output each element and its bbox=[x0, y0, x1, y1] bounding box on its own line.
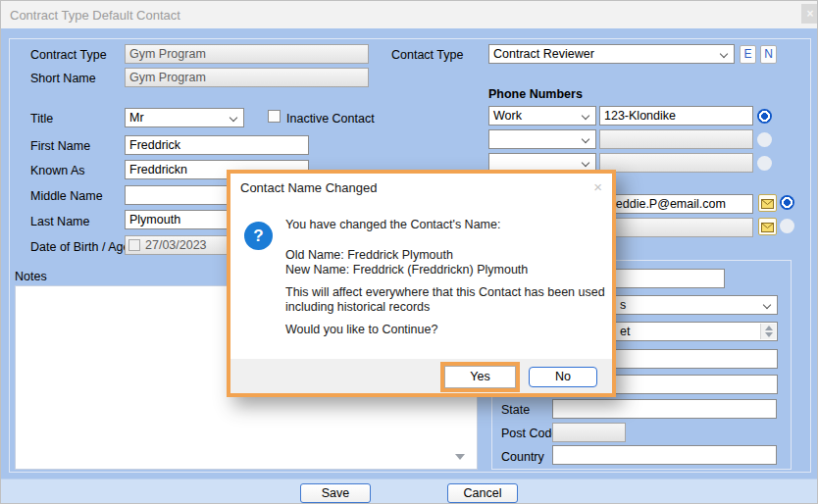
question-icon: ? bbox=[244, 222, 273, 250]
chevron-down-icon bbox=[763, 301, 771, 309]
send-email-button[interactable] bbox=[758, 194, 777, 212]
contact-type-label: Contact Type bbox=[391, 48, 463, 62]
spinner-up-icon[interactable] bbox=[765, 326, 773, 330]
last-name-label: Last Name bbox=[30, 215, 89, 228]
first-name-field[interactable]: Freddrick bbox=[125, 135, 309, 155]
dialog-line2: Old Name: Freddrick Plymouth bbox=[285, 248, 624, 263]
email-field[interactable]: Freddie.P@email.com bbox=[599, 194, 753, 214]
dialog-line4: This will affect everywhere that this Co… bbox=[285, 285, 624, 315]
title-dropdown[interactable]: Mr bbox=[125, 108, 244, 127]
country-label: Country bbox=[501, 450, 544, 464]
phone-number-field[interactable]: 123-Klondike bbox=[599, 106, 753, 126]
post-code-label: Post Code bbox=[501, 427, 558, 440]
no-button[interactable]: No bbox=[529, 367, 597, 387]
country-field[interactable] bbox=[552, 445, 777, 465]
middle-name-label: Middle Name bbox=[30, 189, 103, 203]
phone-number-field[interactable] bbox=[599, 129, 753, 149]
dialog-line5: Would you like to Continue? bbox=[285, 323, 624, 337]
scroll-down-icon[interactable] bbox=[455, 454, 465, 460]
chevron-down-icon bbox=[582, 112, 589, 120]
phone-primary-radio[interactable] bbox=[757, 156, 772, 171]
known-as-label: Known As bbox=[30, 164, 85, 177]
phone-type-dropdown[interactable]: Work bbox=[488, 106, 596, 126]
contract-type-field[interactable]: Gym Program bbox=[125, 44, 369, 64]
bottom-button-strip: Save Cancel bbox=[1, 479, 818, 504]
notes-label: Notes bbox=[15, 270, 47, 283]
dob-checkbox[interactable] bbox=[128, 239, 140, 251]
short-name-label: Short Name bbox=[30, 72, 96, 85]
window-close-button[interactable]: × bbox=[801, 4, 818, 24]
dialog-message: You have changed the Contact's Name: Old… bbox=[285, 218, 624, 337]
contact-type-dropdown[interactable]: Contract Reviewer bbox=[488, 44, 735, 64]
state-field[interactable] bbox=[552, 399, 777, 419]
title-label: Title bbox=[30, 112, 53, 126]
yes-button-highlight: Yes bbox=[440, 362, 520, 392]
chevron-down-icon bbox=[230, 114, 237, 122]
dialog-close-icon[interactable]: × bbox=[593, 178, 602, 195]
new-contact-button[interactable]: N bbox=[760, 45, 777, 64]
state-label: State bbox=[501, 403, 530, 417]
dialog-line1: You have changed the Contact's Name: bbox=[285, 218, 624, 232]
chevron-down-icon bbox=[720, 50, 728, 58]
contact-name-changed-dialog: Contact Name Changed × ? You have change… bbox=[227, 170, 616, 397]
envelope-icon bbox=[761, 223, 774, 232]
first-name-label: First Name bbox=[30, 139, 90, 153]
post-code-field[interactable] bbox=[552, 423, 626, 442]
dialog-title: Contact Name Changed bbox=[240, 180, 377, 195]
phone-number-field[interactable] bbox=[599, 153, 753, 173]
inactive-contact-checkbox[interactable] bbox=[268, 110, 281, 123]
chevron-down-icon bbox=[582, 135, 589, 143]
contract-contact-window: Contract Type Default Contact × Contract… bbox=[0, 0, 818, 504]
phone-primary-radio[interactable] bbox=[757, 109, 772, 124]
email-primary-radio[interactable] bbox=[780, 195, 794, 210]
send-email-button[interactable] bbox=[758, 218, 777, 235]
cancel-button[interactable]: Cancel bbox=[447, 483, 518, 503]
edit-contact-button[interactable]: E bbox=[740, 45, 756, 64]
phone-primary-radio[interactable] bbox=[757, 132, 772, 147]
dialog-line3: New Name: Freddrick (Freddrickn) Plymout… bbox=[285, 263, 624, 277]
street-number-stepper[interactable] bbox=[760, 324, 776, 339]
chevron-down-icon bbox=[582, 159, 589, 167]
phone-numbers-heading: Phone Numbers bbox=[488, 87, 583, 101]
email-primary-radio[interactable] bbox=[780, 219, 794, 233]
inactive-contact-label: Inactive Contact bbox=[286, 112, 375, 126]
spinner-down-icon[interactable] bbox=[765, 332, 773, 337]
yes-button[interactable]: Yes bbox=[444, 366, 516, 388]
save-button[interactable]: Save bbox=[300, 483, 371, 503]
envelope-icon bbox=[761, 199, 774, 209]
phone-type-dropdown[interactable] bbox=[488, 129, 596, 149]
contract-type-label: Contract Type bbox=[30, 48, 107, 62]
window-titlebar: Contract Type Default Contact × bbox=[1, 1, 818, 28]
window-title: Contract Type Default Contact bbox=[10, 8, 180, 23]
dob-label: Date of Birth / Age bbox=[30, 240, 129, 254]
short-name-field[interactable]: Gym Program bbox=[125, 68, 369, 87]
